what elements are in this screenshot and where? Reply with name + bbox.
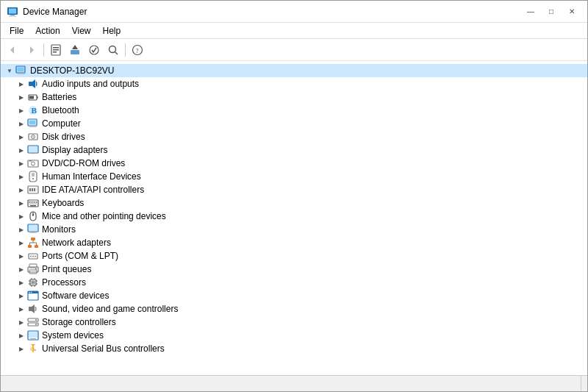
menu-help[interactable]: Help — [97, 24, 127, 38]
tree-bluetooth[interactable]: ▶ B Bluetooth — [1, 104, 587, 117]
update-driver-button[interactable] — [66, 41, 84, 59]
maximize-button[interactable]: □ — [542, 4, 561, 19]
software-icon — [27, 290, 39, 302]
hid-icon — [27, 171, 39, 182]
svg-line-14 — [115, 51, 118, 54]
tree-network[interactable]: ▶ Network adapters — [1, 236, 587, 249]
svg-point-39 — [32, 162, 35, 165]
expand-root-arrow: ▼ — [4, 65, 15, 76]
processor-icon — [27, 277, 39, 288]
tree-monitors[interactable]: ▶ Monitors — [1, 223, 587, 236]
display-label: Display adapters — [42, 145, 107, 155]
disk-icon — [27, 131, 39, 143]
svg-rect-64 — [28, 245, 32, 248]
forward-button[interactable] — [23, 41, 40, 59]
svg-rect-36 — [29, 146, 37, 152]
tree-ports[interactable]: ▶ Ports (COM & LPT) — [1, 249, 587, 263]
tree-usb[interactable]: ▶ Universal Serial Bus controllers — [1, 342, 587, 355]
ide-label: IDE ATA/ATAPI controllers — [42, 185, 144, 195]
tree-root[interactable]: ▼ DESKTOP-1BC92VU — [1, 64, 587, 77]
svg-rect-99 — [29, 332, 37, 338]
toolbar-sep-2 — [125, 43, 126, 57]
enable-button[interactable] — [85, 41, 103, 59]
ide-icon — [27, 184, 39, 196]
minimize-button[interactable]: — — [521, 4, 540, 19]
window-title: Device Manager — [23, 7, 87, 17]
expand-storage-arrow: ▶ — [15, 316, 27, 328]
svg-point-58 — [32, 214, 34, 215]
mouse-label: Mice and other pointing devices — [42, 211, 166, 221]
svg-point-97 — [35, 324, 37, 325]
expand-ports-arrow: ▶ — [15, 250, 27, 262]
expand-bluetooth-arrow: ▶ — [15, 104, 27, 116]
audio-icon — [27, 78, 39, 90]
svg-rect-63 — [31, 238, 35, 240]
tree-print[interactable]: ▶ Print queues — [1, 263, 587, 276]
svg-point-72 — [32, 256, 34, 257]
svg-point-73 — [35, 256, 36, 257]
tree-hid[interactable]: ▶ Human Interface Devices — [1, 170, 587, 183]
print-label: Print queues — [42, 264, 91, 274]
svg-marker-102 — [31, 344, 35, 346]
tree-software[interactable]: ▶ Software devices — [1, 289, 587, 302]
tree-dvd[interactable]: ▶ DVD/CD-ROM drives — [1, 157, 587, 170]
tree-storage[interactable]: ▶ Storage controllers — [1, 316, 587, 329]
monitors-label: Monitors — [42, 224, 76, 235]
storage-label: Storage controllers — [42, 317, 116, 327]
status-panel — [7, 376, 581, 391]
sound-icon — [27, 303, 39, 315]
usb-label: Universal Serial Bus controllers — [42, 343, 165, 354]
tree-system[interactable]: ▶ System devices — [1, 329, 587, 342]
svg-rect-20 — [18, 74, 25, 74]
svg-rect-92 — [29, 307, 32, 311]
tree-disk[interactable]: ▶ Disk drives — [1, 130, 587, 143]
back-button[interactable] — [4, 41, 21, 59]
computer-label: Computer — [42, 118, 81, 129]
svg-text:B: B — [32, 106, 37, 115]
expand-mouse-arrow: ▶ — [15, 210, 27, 222]
menu-view[interactable]: View — [66, 24, 97, 38]
expand-system-arrow: ▶ — [15, 329, 27, 341]
tree-mouse[interactable]: ▶ Mice and other pointing devices — [1, 210, 587, 223]
scan-hardware-button[interactable] — [104, 41, 122, 59]
help-icon: ? — [132, 44, 143, 56]
keyboard-icon — [27, 197, 39, 209]
usb-icon — [27, 343, 39, 354]
svg-rect-3 — [9, 15, 16, 16]
system-label: System devices — [42, 330, 104, 341]
svg-text:?: ? — [136, 47, 139, 54]
tree-sound[interactable]: ▶ Sound, video and game controllers — [1, 302, 587, 316]
forward-icon — [26, 45, 37, 55]
device-manager-window: Device Manager — □ ✕ File Action View He… — [0, 0, 588, 392]
svg-rect-42 — [32, 173, 35, 177]
disk-label: Disk drives — [42, 132, 85, 142]
tree-batteries[interactable]: ▶ Batteries — [1, 90, 587, 104]
svg-rect-30 — [31, 126, 35, 126]
svg-rect-46 — [29, 188, 31, 191]
device-tree[interactable]: ▼ DESKTOP-1BC92VU ▶ — [1, 61, 587, 375]
svg-rect-65 — [35, 245, 38, 248]
svg-rect-77 — [35, 268, 37, 270]
tree-processor[interactable]: ▶ Processors — [1, 276, 587, 289]
bluetooth-icon: B — [27, 104, 39, 116]
svg-rect-1 — [9, 8, 16, 13]
menu-bar: File Action View Help — [1, 23, 587, 39]
storage-icon — [27, 316, 39, 328]
svg-rect-100 — [30, 338, 36, 339]
svg-marker-4 — [10, 46, 14, 54]
menu-file[interactable]: File — [4, 24, 29, 38]
svg-rect-8 — [53, 49, 59, 51]
tree-keyboard[interactable]: ▶ Keyboards — [1, 196, 587, 210]
menu-action[interactable]: Action — [29, 24, 65, 38]
tree-audio[interactable]: ▶ Audio inputs and outputs — [1, 77, 587, 90]
expand-sound-arrow: ▶ — [15, 303, 27, 315]
expand-monitors-arrow: ▶ — [15, 224, 27, 235]
tree-computer[interactable]: ▶ Computer — [1, 117, 587, 130]
tree-display[interactable]: ▶ Display adapters — [1, 143, 587, 157]
properties-button[interactable] — [47, 41, 65, 59]
tree-ide[interactable]: ▶ IDE ATA/ATAPI controllers — [1, 183, 587, 196]
close-button[interactable]: ✕ — [562, 4, 581, 19]
svg-rect-10 — [71, 50, 79, 54]
help-button[interactable]: ? — [129, 41, 146, 59]
sound-label: Sound, video and game controllers — [42, 304, 178, 314]
